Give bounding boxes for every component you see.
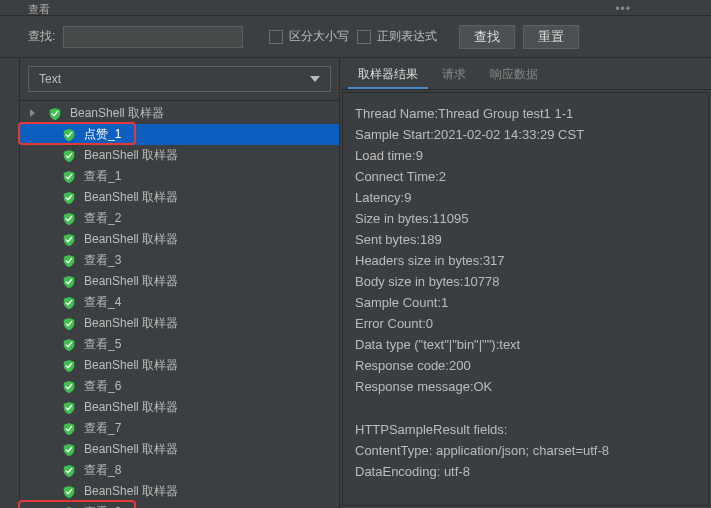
detail-line: Response message:OK	[355, 376, 696, 397]
tree-row-label: BeanShell 取样器	[84, 483, 178, 500]
right-pane: 取样器结果 请求 响应数据 Thread Name:Thread Group t…	[340, 58, 711, 508]
tab-response-data[interactable]: 响应数据	[480, 62, 548, 89]
tree-row-label: 查看_2	[84, 210, 121, 227]
search-bar: 查找: 区分大小写 正则表达式 查找 重置	[0, 16, 711, 58]
detail-line: Response code:200	[355, 355, 696, 376]
detail-line: Error Count:0	[355, 313, 696, 334]
tree-row[interactable]: 查看_2	[20, 208, 339, 229]
detail-line: Sample Count:1	[355, 292, 696, 313]
title-prefix: 查看	[28, 2, 50, 17]
checkbox-box-icon	[357, 30, 371, 44]
tree-row-label: BeanShell 取样器	[84, 441, 178, 458]
expand-caret-icon[interactable]	[30, 109, 35, 117]
reset-button[interactable]: 重置	[523, 25, 579, 49]
shield-check-icon	[62, 191, 76, 205]
tab-sampler-result[interactable]: 取样器结果	[348, 62, 428, 89]
tree-row[interactable]: 查看_9	[20, 502, 339, 508]
tree-row-label: 点赞_1	[84, 126, 121, 143]
shield-check-icon	[62, 149, 76, 163]
tree-row-label: BeanShell 取样器	[70, 105, 164, 122]
case-checkbox[interactable]: 区分大小写	[269, 28, 349, 45]
menu-icon[interactable]: •••	[615, 2, 631, 16]
tree-row[interactable]: 点赞_1	[20, 124, 339, 145]
detail-line: Headers size in bytes:317	[355, 250, 696, 271]
detail-line: Size in bytes:11095	[355, 208, 696, 229]
tree-row-label: 查看_9	[84, 504, 121, 508]
search-input[interactable]	[63, 26, 243, 48]
regex-checkbox[interactable]: 正则表达式	[357, 28, 437, 45]
regex-label: 正则表达式	[377, 28, 437, 45]
tree-row[interactable]: BeanShell 取样器	[20, 145, 339, 166]
tree-row[interactable]: BeanShell 取样器	[20, 229, 339, 250]
shield-check-icon	[62, 212, 76, 226]
shield-check-icon	[62, 296, 76, 310]
tree-row[interactable]: 查看_3	[20, 250, 339, 271]
tree-row[interactable]: 查看_7	[20, 418, 339, 439]
tree-row[interactable]: 查看_4	[20, 292, 339, 313]
renderer-dropdown-row: Text	[20, 58, 339, 101]
tree-row-label: 查看_4	[84, 294, 121, 311]
tree-row-label: BeanShell 取样器	[84, 231, 178, 248]
tree-row-label: BeanShell 取样器	[84, 357, 178, 374]
checkbox-box-icon	[269, 30, 283, 44]
search-label: 查找:	[28, 28, 55, 45]
case-label: 区分大小写	[289, 28, 349, 45]
shield-check-icon	[62, 233, 76, 247]
detail-line: Sample Start:2021-02-02 14:33:29 CST	[355, 124, 696, 145]
tree-row-label: BeanShell 取样器	[84, 147, 178, 164]
detail-line: Thread Name:Thread Group test1 1-1	[355, 103, 696, 124]
sampler-details[interactable]: Thread Name:Thread Group test1 1-1 Sampl…	[342, 92, 709, 506]
dropdown-value: Text	[39, 72, 61, 86]
detail-line: DataEncoding: utf-8	[355, 461, 696, 482]
tabs: 取样器结果 请求 响应数据	[340, 58, 711, 90]
shield-check-icon	[62, 254, 76, 268]
tree-row[interactable]: BeanShell 取样器	[20, 355, 339, 376]
tree-row[interactable]: BeanShell 取样器	[20, 481, 339, 502]
tree-row-label: 查看_6	[84, 378, 121, 395]
tree-row-label: BeanShell 取样器	[84, 189, 178, 206]
shield-check-icon	[62, 380, 76, 394]
tree-row-label: 查看_8	[84, 462, 121, 479]
tree-row-label: 查看_7	[84, 420, 121, 437]
chevron-down-icon	[310, 76, 320, 82]
detail-line: Connect Time:2	[355, 166, 696, 187]
tree-row[interactable]: BeanShell 取样器	[20, 439, 339, 460]
tree-row[interactable]: BeanShell 取样器	[20, 397, 339, 418]
tab-request[interactable]: 请求	[432, 62, 476, 89]
detail-line: Body size in bytes:10778	[355, 271, 696, 292]
find-button[interactable]: 查找	[459, 25, 515, 49]
left-gutter	[0, 58, 20, 508]
tree-row[interactable]: 查看_1	[20, 166, 339, 187]
shield-check-icon	[62, 422, 76, 436]
tree-row-label: BeanShell 取样器	[84, 315, 178, 332]
tree-row-label: 查看_5	[84, 336, 121, 353]
detail-line: Data type ("text"|"bin"|""):text	[355, 334, 696, 355]
tree-row-label: 查看_3	[84, 252, 121, 269]
tree-row[interactable]: BeanShell 取样器	[20, 271, 339, 292]
renderer-dropdown[interactable]: Text	[28, 66, 331, 92]
shield-check-icon	[62, 317, 76, 331]
tree-row[interactable]: BeanShell 取样器	[20, 103, 339, 124]
tree-row[interactable]: 查看_5	[20, 334, 339, 355]
tree-row[interactable]: BeanShell 取样器	[20, 187, 339, 208]
detail-line: ContentType: application/json; charset=u…	[355, 440, 696, 461]
blank-line	[355, 397, 696, 419]
shield-check-icon	[62, 401, 76, 415]
shield-check-icon	[62, 338, 76, 352]
tree-row[interactable]: 查看_6	[20, 376, 339, 397]
shield-check-icon	[62, 128, 76, 142]
shield-check-icon	[62, 443, 76, 457]
tree-row-label: 查看_1	[84, 168, 121, 185]
shield-check-icon	[62, 464, 76, 478]
shield-check-icon	[62, 485, 76, 499]
detail-line: HTTPSampleResult fields:	[355, 419, 696, 440]
shield-check-icon	[62, 170, 76, 184]
tree-row[interactable]: BeanShell 取样器	[20, 313, 339, 334]
result-tree[interactable]: BeanShell 取样器 点赞_1 BeanShell 取样器 查看_1 Be…	[20, 101, 339, 508]
detail-line: Load time:9	[355, 145, 696, 166]
tree-row[interactable]: 查看_8	[20, 460, 339, 481]
title-bar: 查看 •••	[0, 0, 711, 16]
shield-check-icon	[48, 107, 62, 121]
tree-row-label: BeanShell 取样器	[84, 399, 178, 416]
left-pane: Text BeanShell 取样器 点赞_1 BeanShell 取样器 查看…	[20, 58, 340, 508]
